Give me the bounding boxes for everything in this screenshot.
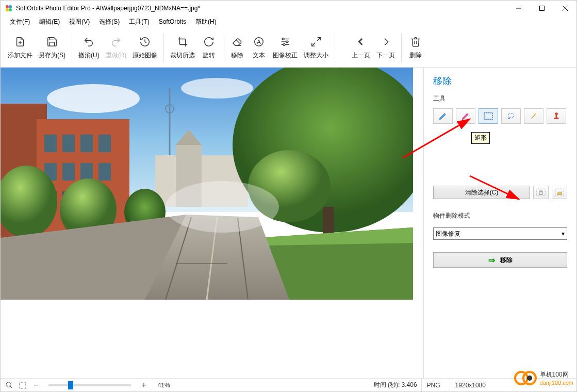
mode-value: 图像修复: [436, 230, 460, 238]
svg-line-12: [237, 40, 240, 43]
mode-dropdown[interactable]: 图像修复 ▾: [433, 227, 567, 240]
resize-button[interactable]: 调整大小: [301, 34, 332, 62]
fit-screen-icon[interactable]: [18, 381, 27, 390]
tools-label: 工具: [433, 94, 567, 103]
separator: [72, 34, 72, 62]
text-button[interactable]: A 文本: [248, 34, 270, 62]
original-label: 原始图像: [133, 51, 157, 60]
svg-rect-41: [62, 163, 75, 181]
load-selection-button[interactable]: [552, 186, 567, 199]
dimensions-label: 1920x1080: [450, 379, 491, 391]
prev-icon: [355, 36, 367, 48]
svg-line-71: [403, 119, 470, 158]
adjust-icon: [279, 36, 291, 48]
image-canvas[interactable]: [1, 68, 413, 300]
menu-file[interactable]: 文件(F): [6, 17, 34, 27]
svg-rect-37: [62, 135, 75, 152]
zoom-slider[interactable]: [48, 384, 131, 386]
maximize-button[interactable]: [530, 1, 553, 16]
svg-line-21: [317, 38, 320, 41]
svg-rect-39: [98, 135, 111, 152]
svg-rect-63: [484, 113, 492, 120]
separator: [163, 34, 164, 62]
next-icon: [380, 36, 392, 48]
canvas-area: [1, 68, 424, 378]
magic-wand-tool[interactable]: [524, 108, 543, 124]
menu-edit[interactable]: 编辑(E): [35, 17, 64, 27]
menu-select[interactable]: 选择(S): [95, 17, 124, 27]
svg-point-0: [6, 5, 9, 8]
main-area: 移除 工具 清除选择(C) 物件删除模式 图像修复 ▾ ⇒ 移除: [1, 68, 576, 378]
svg-rect-66: [554, 118, 559, 119]
svg-point-73: [6, 382, 11, 387]
next-label: 下一页: [376, 51, 395, 60]
separator: [223, 34, 223, 62]
lasso-tool[interactable]: [501, 108, 521, 124]
zoom-out-button[interactable]: −: [31, 381, 40, 390]
add-file-button[interactable]: 添加文件: [5, 34, 36, 62]
delete-button[interactable]: 删除: [405, 34, 426, 62]
arrow-right-icon: ⇒: [488, 255, 495, 265]
zoom-reset-icon[interactable]: [5, 381, 14, 390]
svg-point-62: [166, 181, 279, 233]
save-as-button[interactable]: 另存为(S): [36, 34, 69, 62]
svg-text:A: A: [257, 39, 261, 45]
correction-button[interactable]: 图像校正: [270, 34, 301, 62]
menu-help[interactable]: 帮助(H): [191, 17, 221, 27]
svg-point-78: [527, 375, 532, 381]
menu-softorbits[interactable]: SoftOrbits: [155, 17, 190, 26]
rectangle-tool[interactable]: [479, 108, 498, 124]
svg-line-22: [312, 43, 315, 46]
svg-point-64: [508, 118, 510, 119]
add-file-icon: [14, 36, 26, 48]
remove-tool-button[interactable]: 移除: [226, 34, 248, 62]
crop-label: 裁切所选: [170, 51, 195, 60]
menu-tools[interactable]: 工具(T): [125, 17, 153, 27]
next-button[interactable]: 下一页: [373, 34, 398, 62]
redo-icon: [110, 36, 122, 48]
svg-line-74: [10, 386, 12, 388]
svg-line-11: [145, 42, 146, 43]
svg-rect-5: [539, 6, 544, 11]
svg-line-65: [532, 115, 536, 119]
minimize-button[interactable]: [507, 1, 530, 16]
chevron-down-icon: ▾: [562, 230, 565, 237]
svg-point-2: [6, 8, 9, 11]
annotation-arrow-2: [465, 171, 526, 207]
undo-label: 撤消(U): [78, 51, 100, 60]
zoom-value: 41%: [158, 382, 170, 389]
close-button[interactable]: [553, 1, 576, 16]
svg-rect-36: [44, 135, 57, 152]
menubar: 文件(F) 编辑(E) 视图(V) 选择(S) 工具(T) SoftOrbits…: [1, 16, 576, 27]
svg-line-72: [470, 176, 519, 199]
zoom-thumb[interactable]: [68, 381, 73, 389]
stamp-tool[interactable]: [547, 108, 566, 124]
undo-button[interactable]: 撤消(U): [75, 34, 103, 62]
watermark-logo-icon: [514, 367, 537, 389]
svg-point-26: [47, 84, 140, 113]
trash-icon: [409, 36, 422, 48]
toolbar: 添加文件 另存为(S) 撤消(U) 重做(R) 原始图像 裁切所选 旋转: [1, 27, 576, 68]
add-file-label: 添加文件: [8, 51, 32, 60]
remove-action-button[interactable]: ⇒ 移除: [433, 252, 567, 268]
svg-point-3: [9, 8, 12, 11]
delete-label: 删除: [409, 51, 422, 60]
crop-button[interactable]: 裁切所选: [167, 34, 198, 62]
original-button[interactable]: 原始图像: [129, 34, 160, 62]
annotation-arrow-1: [398, 111, 480, 163]
rotate-button[interactable]: 旋转: [198, 34, 220, 62]
prev-button[interactable]: 上一页: [349, 34, 373, 62]
menu-view[interactable]: 视图(V): [65, 17, 94, 27]
history-icon: [139, 36, 151, 48]
save-selection-button[interactable]: [533, 186, 549, 199]
svg-point-68: [555, 112, 558, 115]
panel-title: 移除: [433, 75, 567, 87]
resize-label: 调整大小: [304, 51, 328, 60]
app-icon: [5, 4, 13, 12]
svg-point-20: [284, 44, 286, 46]
eraser-icon: [231, 36, 243, 48]
statusbar: − + 41% 时间 (秒): 3.406 PNG 1920x1080: [1, 378, 576, 391]
zoom-in-button[interactable]: +: [139, 381, 148, 390]
rotate-label: 旋转: [203, 51, 215, 60]
redo-label: 重做(R): [106, 51, 127, 60]
